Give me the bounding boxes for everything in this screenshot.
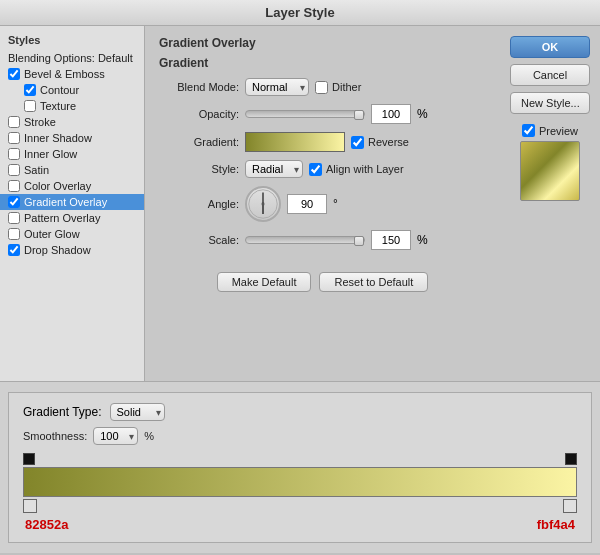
reverse-label: Reverse: [368, 136, 409, 148]
window-title: Layer Style: [265, 5, 334, 20]
blend-mode-select-wrapper[interactable]: Normal Multiply Screen: [245, 78, 309, 96]
ok-button[interactable]: OK: [510, 36, 590, 58]
sidebar-item-label: Bevel & Emboss: [24, 68, 105, 80]
angle-dial[interactable]: [245, 186, 281, 222]
dither-label: Dither: [332, 81, 361, 93]
drop-shadow-checkbox[interactable]: [8, 244, 20, 256]
reset-to-default-button[interactable]: Reset to Default: [319, 272, 428, 292]
gradient-editor-inner: Gradient Type: Solid Noise Smoothness: 1…: [8, 392, 592, 543]
end-color-label: fbf4a4: [537, 517, 575, 532]
gradient-type-label: Gradient Type:: [23, 405, 102, 419]
sidebar-item-label: Satin: [24, 164, 49, 176]
preview-thumbnail: [520, 141, 580, 201]
preview-checkbox-label[interactable]: Preview: [522, 124, 578, 137]
preview-label: Preview: [539, 125, 578, 137]
reverse-checkbox-label[interactable]: Reverse: [351, 136, 409, 149]
section-subtitle: Gradient: [159, 56, 486, 70]
gradient-overlay-checkbox[interactable]: [8, 196, 20, 208]
gradient-bar-container: [23, 453, 577, 513]
style-label: Style:: [159, 163, 239, 175]
sidebar-item-drop-shadow[interactable]: Drop Shadow: [0, 242, 144, 258]
opacity-unit: %: [417, 107, 428, 121]
gradient-swatch[interactable]: [245, 132, 345, 152]
reverse-checkbox[interactable]: [351, 136, 364, 149]
sidebar-item-inner-glow[interactable]: Inner Glow: [0, 146, 144, 162]
sidebar-item-outer-glow[interactable]: Outer Glow: [0, 226, 144, 242]
smoothness-select-wrapper[interactable]: 100 75 50: [93, 427, 138, 445]
align-checkbox[interactable]: [309, 163, 322, 176]
bevel-emboss-checkbox[interactable]: [8, 68, 20, 80]
style-select[interactable]: Radial Linear Angle: [245, 160, 303, 178]
contour-checkbox[interactable]: [24, 84, 36, 96]
blend-mode-select[interactable]: Normal Multiply Screen: [245, 78, 309, 96]
scale-label: Scale:: [159, 234, 239, 246]
opacity-slider-thumb[interactable]: [354, 110, 364, 120]
end-color-stop[interactable]: [565, 453, 577, 465]
sidebar-item-contour[interactable]: Contour: [0, 82, 144, 98]
sidebar-item-label: Inner Shadow: [24, 132, 92, 144]
preview-area: Preview: [510, 124, 590, 201]
svg-point-2: [261, 202, 265, 206]
gradient-type-select[interactable]: Solid Noise: [110, 403, 165, 421]
satin-checkbox[interactable]: [8, 164, 20, 176]
inner-glow-checkbox[interactable]: [8, 148, 20, 160]
sidebar-item-label: Pattern Overlay: [24, 212, 100, 224]
blend-mode-row: Blend Mode: Normal Multiply Screen Dithe…: [159, 78, 486, 96]
color-labels: 82852a fbf4a4: [23, 517, 577, 532]
dither-checkbox[interactable]: [315, 81, 328, 94]
sidebar-item-bevel-emboss[interactable]: Bevel & Emboss: [0, 66, 144, 82]
title-bar: Layer Style: [0, 0, 600, 26]
sidebar-item-label: Outer Glow: [24, 228, 80, 240]
color-overlay-checkbox[interactable]: [8, 180, 20, 192]
top-stop-row: [23, 453, 577, 465]
opacity-input[interactable]: [371, 104, 411, 124]
sidebar-item-label: Color Overlay: [24, 180, 91, 192]
gradient-type-row: Gradient Type: Solid Noise: [23, 403, 577, 421]
outer-glow-checkbox[interactable]: [8, 228, 20, 240]
style-row: Style: Radial Linear Angle Align with La…: [159, 160, 486, 178]
sidebar-item-stroke[interactable]: Stroke: [0, 114, 144, 130]
start-opacity-stop[interactable]: [23, 499, 37, 513]
sidebar-item-pattern-overlay[interactable]: Pattern Overlay: [0, 210, 144, 226]
main-content: Gradient Overlay Gradient Blend Mode: No…: [145, 26, 500, 381]
end-opacity-stop[interactable]: [563, 499, 577, 513]
smoothness-label: Smoothness:: [23, 430, 87, 442]
gradient-editor-panel: Gradient Type: Solid Noise Smoothness: 1…: [0, 381, 600, 553]
dither-checkbox-label[interactable]: Dither: [315, 81, 361, 94]
sidebar-item-satin[interactable]: Satin: [0, 162, 144, 178]
gradient-bar[interactable]: [23, 467, 577, 497]
gradient-type-select-wrapper[interactable]: Solid Noise: [110, 403, 165, 421]
pattern-overlay-checkbox[interactable]: [8, 212, 20, 224]
smoothness-unit: %: [144, 430, 154, 442]
opacity-controls: %: [245, 104, 486, 124]
style-select-wrapper[interactable]: Radial Linear Angle: [245, 160, 303, 178]
smoothness-select[interactable]: 100 75 50: [93, 427, 138, 445]
sidebar-item-label: Stroke: [24, 116, 56, 128]
sidebar-item-color-overlay[interactable]: Color Overlay: [0, 178, 144, 194]
bottom-stop-row: [23, 499, 577, 513]
smoothness-row: Smoothness: 100 75 50 %: [23, 427, 577, 445]
scale-slider-thumb[interactable]: [354, 236, 364, 246]
dialog: Styles Blending Options: Default Bevel &…: [0, 26, 600, 553]
inner-shadow-checkbox[interactable]: [8, 132, 20, 144]
sidebar-item-inner-shadow[interactable]: Inner Shadow: [0, 130, 144, 146]
scale-slider-track[interactable]: [245, 236, 365, 244]
angle-controls: °: [245, 186, 486, 222]
scale-input[interactable]: [371, 230, 411, 250]
new-style-button[interactable]: New Style...: [510, 92, 590, 114]
make-default-button[interactable]: Make Default: [217, 272, 312, 292]
sidebar-item-label: Contour: [40, 84, 79, 96]
sidebar-item-texture[interactable]: Texture: [0, 98, 144, 114]
opacity-slider-track[interactable]: [245, 110, 365, 118]
angle-input[interactable]: [287, 194, 327, 214]
sidebar-item-blending-options[interactable]: Blending Options: Default: [0, 50, 144, 66]
texture-checkbox[interactable]: [24, 100, 36, 112]
preview-checkbox[interactable]: [522, 124, 535, 137]
scale-row: Scale: %: [159, 230, 486, 250]
blend-mode-controls: Normal Multiply Screen Dither: [245, 78, 486, 96]
stroke-checkbox[interactable]: [8, 116, 20, 128]
align-checkbox-label[interactable]: Align with Layer: [309, 163, 404, 176]
sidebar-item-gradient-overlay[interactable]: Gradient Overlay: [0, 194, 144, 210]
cancel-button[interactable]: Cancel: [510, 64, 590, 86]
start-color-stop[interactable]: [23, 453, 35, 465]
